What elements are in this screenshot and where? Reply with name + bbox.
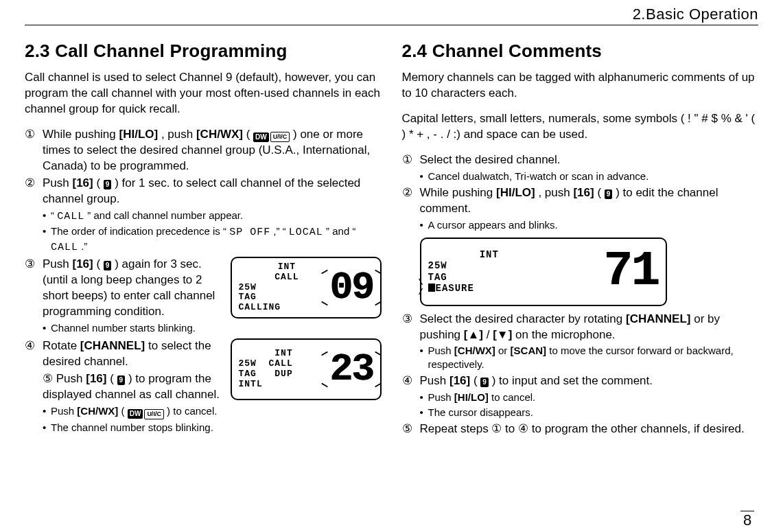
spoff-mono: SP OFF [229, 227, 270, 238]
step-2-sub-1a: “ [51, 209, 54, 221]
step-4: ④ Rotate [CHANNEL] to select the desired… [25, 338, 382, 434]
r-step-4-marker: ④ [402, 373, 412, 389]
nine-icon: 9 [104, 180, 112, 189]
scan-key: [SCAN] [511, 345, 547, 356]
step-3: ③ Push [16] ( 9 ) again for 3 sec. (unti… [25, 257, 382, 337]
uic-icon: U/I/C [270, 132, 290, 142]
lcd3-channel-number: 71 [603, 248, 658, 296]
section-2-4-heading: 2.4 Channel Comments [402, 41, 759, 62]
r-step-5-marker: ⑤ [402, 421, 412, 437]
r-step-4-sub2: The cursor disappears. [420, 406, 759, 419]
ch-wx-key-b: [CH/WX] [77, 405, 118, 417]
nine-icon-d: 9 [605, 189, 613, 199]
r-step-4: ④ Push [16] ( 9 ) to input and set the c… [402, 373, 759, 419]
right-column: 2.4 Channel Comments Memory channels can… [402, 41, 759, 439]
step-5-text-a: Push [56, 372, 86, 385]
lcd2-dup: TAG DUP [239, 369, 293, 380]
local-mono: LOCAL [289, 227, 323, 238]
call-mono: CALL [57, 211, 84, 222]
step-2-marker: ② [25, 176, 35, 192]
section-2-4-symbols: Capital letters, small letters, numerals… [402, 111, 759, 143]
step-4-marker: ④ [25, 338, 35, 354]
step-5-sub-2: The channel number stops blinking. [43, 421, 382, 435]
lcd-display-3: INT 25W TAG \ / EASURE 71 [420, 238, 667, 306]
step-2-sub-1: “ CALL ” and call channel number appear. [43, 209, 382, 224]
lcd3-int: INT [428, 249, 499, 260]
step-2-text-b: ( [96, 176, 100, 189]
step5-sub1-b: ( [121, 405, 125, 417]
r-step-4-a: Push [420, 374, 449, 387]
r-step-4-sub1: Push [HI/LO] to cancel. [420, 391, 759, 404]
up-key: [▲] [464, 328, 483, 341]
r-step-1-sub: Cancel dualwatch, Tri-watch or scan in a… [420, 170, 759, 183]
lcd1-channel-number: 09 [329, 268, 373, 307]
key-16-e: [16] [449, 374, 470, 387]
r-step-5: ⑤ Repeat steps ① to ④ to program the oth… [402, 421, 759, 437]
step-4-text-a: Rotate [43, 339, 80, 352]
step-3-sub-1: Channel number starts blinking. [43, 321, 221, 335]
r-step-3-sub: Push [CH/WX] or [SCAN] to move the curso… [420, 344, 759, 371]
r-step3-sub-b: or [498, 345, 511, 356]
step-1-text-c: ( [246, 128, 250, 141]
lcd-display-1: INT CALL 25W TAG CALLING 09 [231, 257, 382, 319]
r-step-3-d: on the microphone. [515, 328, 616, 341]
step-2-sub-2d: .” [81, 240, 87, 252]
lcd2-call: 25W CALL [239, 359, 293, 369]
step-1-marker: ① [25, 127, 35, 143]
r-step-3: ③ Select the desired character by rotati… [402, 312, 759, 371]
section-2-4-lead: Memory channels can be tagged with alpha… [402, 70, 759, 102]
step-3-text-b: ( [96, 257, 100, 270]
step-3-text-a: Push [43, 257, 72, 270]
chapter-title: 2.Basic Operation [25, 5, 758, 25]
step-1-text-b: , push [161, 128, 196, 141]
lcd1-25w: 25W [239, 283, 299, 293]
r-step-2-marker: ② [402, 185, 412, 201]
r-step4-sub1-a: Push [428, 391, 454, 403]
r-step3-sub-a: Push [428, 345, 454, 356]
lcd2-int: INT [239, 349, 293, 359]
r-step4-sub1-b: to cancel. [491, 391, 535, 403]
lcd3-tag: TAG [428, 272, 499, 283]
dw-icon-b: DW [128, 409, 143, 419]
lcd1-call: CALL [239, 273, 299, 283]
uic-icon-b: U/I/C [144, 409, 164, 419]
left-column: 2.3 Call Channel Programming Call channe… [25, 41, 382, 439]
step-2: ② Push [16] ( 9 ) for 1 sec. to select c… [25, 176, 382, 254]
lcd1-tag: TAG [239, 292, 299, 303]
ch-wx-key: [CH/WX] [196, 128, 243, 141]
section-2-3-heading: 2.3 Call Channel Programming [25, 41, 382, 62]
lcd-display-2: INT 25W CALL TAG DUP INTL 23 [231, 338, 382, 400]
hi-lo-key: [HI/LO] [119, 128, 159, 141]
step5-sub1-a: Push [51, 405, 77, 417]
step-1-text-a: While pushing [43, 128, 119, 141]
section-2-3-lead: Call channel is used to select Channel 9… [25, 70, 382, 117]
r-step-5-text: Repeat steps ① to ④ to program the other… [420, 422, 745, 435]
lcd1-calling: CALLING [239, 303, 299, 313]
step-5-text-b: ( [110, 372, 114, 385]
key-16: [16] [72, 176, 93, 189]
step5-sub1-c: ) to cancel. [167, 405, 217, 417]
step-3-marker: ③ [25, 257, 35, 273]
r-step-4-c: ) to input and set the comment. [492, 374, 653, 387]
r-step-1: ① Select the desired channel. Cancel dua… [402, 152, 759, 183]
ch-wx-key-c: [CH/WX] [454, 345, 495, 356]
r-step-2-c: ( [597, 186, 601, 199]
hi-lo-key-c: [HI/LO] [454, 391, 489, 403]
r-step-2-a: While pushing [420, 186, 497, 199]
lcd3-25w: 25W [428, 260, 499, 271]
r-step-2-sub: A cursor appears and blinks. [420, 218, 759, 232]
r-step-3-a: Select the desired character by rotating [420, 312, 627, 325]
step-5-sub-1: Push [CH/WX] ( DW U/I/C ) to cancel. [43, 404, 382, 419]
key-16-c: [16] [86, 372, 106, 385]
r-step-3-c: / [487, 328, 490, 341]
r-step-2: ② While pushing [HI/LO] , push [16] ( 9 … [402, 185, 759, 231]
nine-icon-c: 9 [117, 375, 126, 385]
step-2-sub-2c: ” and “ [326, 225, 355, 237]
lcd1-int: INT [239, 262, 299, 273]
r-step-1-marker: ① [402, 152, 412, 168]
step-2-sub-2b: ,” “ [273, 225, 285, 237]
step-2-sub-2a: The order of indication precedence is “ [51, 225, 226, 237]
step-2-text-a: Push [43, 176, 72, 189]
step-1: ① While pushing [HI/LO] , push [CH/WX] (… [25, 127, 382, 174]
nine-icon-e: 9 [480, 378, 489, 387]
